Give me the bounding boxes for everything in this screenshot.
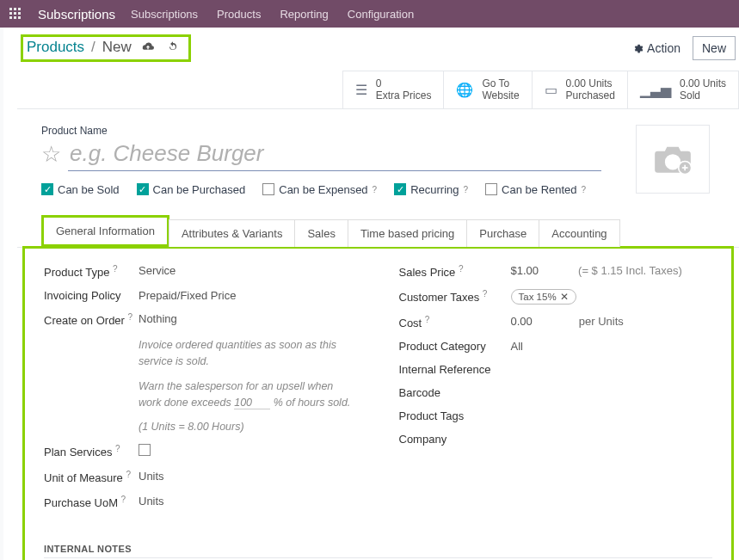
- svg-rect-5: [18, 12, 21, 15]
- product-tags-value[interactable]: [511, 409, 713, 422]
- checkbox-icon: [262, 183, 274, 195]
- apps-icon[interactable]: [9, 7, 22, 21]
- checkbox-icon: ✓: [41, 183, 53, 195]
- uom-value[interactable]: Units: [139, 470, 358, 484]
- stat-sold-l: Sold: [680, 89, 726, 102]
- product-name-label: Product Name: [41, 125, 601, 137]
- stat-extra-prices[interactable]: ☰ 0Extra Prices: [342, 71, 444, 108]
- new-button[interactable]: New: [693, 36, 736, 60]
- purchase-uom-label: Purchase UoM: [44, 496, 118, 509]
- company-label: Company: [399, 433, 511, 446]
- help-icon[interactable]: ?: [115, 444, 120, 453]
- action-label: Action: [647, 41, 680, 55]
- remove-tag-icon[interactable]: ✕: [560, 291, 569, 303]
- help-invoice-text: Invoice ordered quantities as soon as th…: [139, 337, 358, 370]
- help-icon[interactable]: ?: [425, 315, 430, 324]
- breadcrumb: Products / New: [21, 34, 191, 62]
- stat-goto-l: Website: [482, 89, 519, 102]
- general-information-panel: Product Type ?Service Invoicing PolicyPr…: [22, 246, 734, 560]
- help-units-hours: (1 Units = 8.00 Hours): [139, 419, 358, 435]
- sales-price-value[interactable]: $1.00: [511, 264, 539, 279]
- check-can-be-expensed[interactable]: Can be Expensed?: [262, 183, 377, 196]
- app-name[interactable]: Subscriptions: [38, 7, 115, 22]
- tab-general-information[interactable]: General Information: [41, 215, 169, 247]
- check-recurring[interactable]: ✓Recurring?: [394, 183, 468, 196]
- product-flags: ✓Can be Sold ✓Can be Purchased Can be Ex…: [41, 183, 601, 196]
- category-value[interactable]: All: [511, 340, 713, 353]
- cost-value[interactable]: 0.00: [511, 315, 533, 329]
- invoicing-policy-value[interactable]: Prepaid/Fixed Price: [139, 289, 358, 302]
- stat-sold-n: 0.00 Units: [680, 77, 726, 89]
- help-icon[interactable]: ?: [373, 185, 378, 194]
- help-icon[interactable]: ?: [121, 495, 126, 504]
- category-label: Product Category: [399, 340, 511, 353]
- menu-products[interactable]: Products: [217, 8, 261, 21]
- internal-ref-value[interactable]: [511, 363, 713, 376]
- tab-accounting[interactable]: Accounting: [539, 219, 619, 247]
- svg-rect-7: [14, 16, 16, 19]
- product-image-upload[interactable]: [636, 125, 710, 194]
- stat-extra-n: 0: [376, 77, 432, 89]
- help-icon[interactable]: ?: [582, 185, 587, 194]
- tax-tag[interactable]: Tax 15%✕: [511, 289, 576, 305]
- help-icon[interactable]: ?: [464, 185, 469, 194]
- help-icon[interactable]: ?: [126, 470, 131, 479]
- product-type-label: Product Type: [44, 266, 109, 279]
- checkbox-icon: ✓: [394, 183, 406, 195]
- breadcrumb-root[interactable]: Products: [27, 39, 84, 56]
- help-icon[interactable]: ?: [113, 264, 118, 274]
- tabs: General Information Attributes & Variant…: [17, 215, 739, 248]
- purchase-uom-value[interactable]: Units: [139, 495, 358, 509]
- topbar: Subscriptions Subscriptions Products Rep…: [0, 0, 739, 28]
- company-value[interactable]: [511, 433, 713, 446]
- stat-purch-l: Purchased: [566, 89, 615, 102]
- breadcrumb-row: Products / New Action New: [17, 28, 739, 71]
- camera-icon: [651, 140, 694, 178]
- menu-subscriptions[interactable]: Subscriptions: [131, 8, 198, 21]
- stat-purchased[interactable]: ▭ 0.00 UnitsPurchased: [532, 71, 627, 108]
- check-can-be-sold[interactable]: ✓Can be Sold: [41, 183, 120, 196]
- barcode-value[interactable]: [511, 386, 713, 399]
- cost-label: Cost: [399, 317, 422, 329]
- tab-attributes-variants[interactable]: Attributes & Variants: [169, 219, 296, 247]
- product-tags-label: Product Tags: [399, 409, 511, 422]
- tab-purchase[interactable]: Purchase: [466, 219, 539, 247]
- product-name-input[interactable]: [68, 138, 601, 171]
- action-menu[interactable]: Action: [632, 41, 680, 55]
- top-menu: Subscriptions Products Reporting Configu…: [131, 8, 414, 21]
- upsell-percent-input[interactable]: [234, 397, 270, 409]
- menu-reporting[interactable]: Reporting: [280, 8, 328, 21]
- product-type-value[interactable]: Service: [139, 264, 358, 279]
- form-header: Product Name ☆ ✓Can be Sold ✓Can be Purc…: [17, 109, 739, 203]
- help-icon[interactable]: ?: [128, 312, 133, 322]
- tab-sales[interactable]: Sales: [294, 219, 348, 247]
- check-can-be-rented[interactable]: Can be Rented?: [485, 183, 586, 196]
- create-on-order-label: Create on Order: [44, 314, 125, 327]
- favorite-star-icon[interactable]: ☆: [41, 141, 61, 168]
- menu-configuration[interactable]: Configuration: [348, 8, 414, 21]
- stat-sold[interactable]: ▁▃▅ 0.00 UnitsSold: [627, 71, 739, 108]
- help-icon[interactable]: ?: [483, 289, 488, 298]
- right-actions: Action New: [632, 36, 736, 60]
- cloud-save-icon[interactable]: [139, 40, 157, 54]
- create-on-order-value[interactable]: Nothing: [139, 312, 358, 327]
- breadcrumb-current: New: [102, 39, 132, 56]
- check-can-be-purchased[interactable]: ✓Can be Purchased: [137, 183, 246, 196]
- sales-price-label: Sales Price: [399, 266, 456, 279]
- stat-extra-l: Extra Prices: [376, 89, 432, 102]
- plan-services-label: Plan Services: [44, 446, 112, 459]
- stat-goto-website[interactable]: 🌐 Go ToWebsite: [443, 71, 531, 108]
- discard-icon[interactable]: [164, 40, 182, 55]
- svg-rect-3: [9, 12, 12, 15]
- svg-rect-0: [9, 8, 12, 10]
- customer-taxes-label: Customer Taxes: [399, 291, 480, 304]
- svg-rect-4: [14, 12, 16, 15]
- page: Products / New Action New ☰ 0Extra Price…: [3, 28, 739, 560]
- svg-rect-6: [9, 16, 12, 19]
- stat-buttons: ☰ 0Extra Prices 🌐 Go ToWebsite ▭ 0.00 Un…: [17, 71, 739, 109]
- help-icon[interactable]: ?: [459, 264, 464, 274]
- svg-rect-8: [18, 16, 21, 19]
- tab-time-based-pricing[interactable]: Time based pricing: [348, 219, 467, 247]
- list-icon: ☰: [355, 82, 367, 98]
- plan-services-checkbox[interactable]: [139, 444, 151, 456]
